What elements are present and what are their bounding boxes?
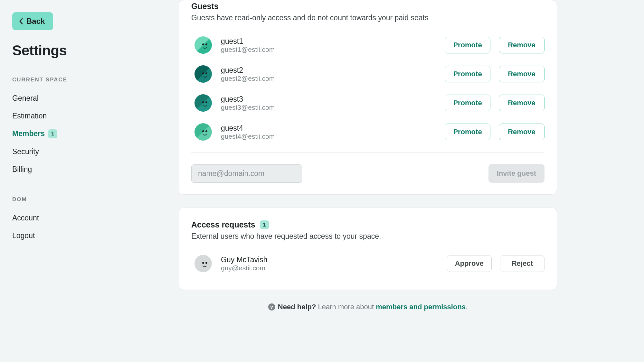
- user-email: guest3@estii.com: [221, 104, 445, 111]
- promote-button[interactable]: Promote: [445, 124, 490, 140]
- sidebar-item-label: Billing: [12, 165, 32, 174]
- avatar: [194, 123, 212, 141]
- user-info: guest2 guest2@estii.com: [221, 66, 445, 82]
- user-info: guest4 guest4@estii.com: [221, 124, 445, 140]
- avatar: [194, 94, 212, 112]
- help-text: Learn more about: [318, 303, 374, 311]
- nav-section-label: CURRENT SPACE: [12, 77, 88, 83]
- user-info: Guy McTavish guy@estii.com: [221, 255, 447, 272]
- sidebar-item-members[interactable]: Members 1: [12, 125, 88, 143]
- sidebar-item-logout[interactable]: Logout: [12, 227, 88, 245]
- row-actions: Promote Remove: [445, 37, 545, 53]
- members-badge: 1: [48, 129, 57, 138]
- guests-title: Guests: [191, 2, 545, 11]
- avatar: [194, 255, 212, 272]
- user-info: guest1 guest1@estii.com: [221, 37, 445, 53]
- row-actions: Approve Reject: [447, 255, 545, 272]
- remove-button[interactable]: Remove: [499, 37, 545, 53]
- help-line: ? Need help? Learn more about members an…: [179, 303, 557, 311]
- requests-title-text: Access requests: [191, 220, 255, 229]
- guests-description: Guests have read-only access and do not …: [191, 14, 545, 22]
- user-email: guy@estii.com: [221, 264, 447, 272]
- sidebar-item-security[interactable]: Security: [12, 143, 88, 161]
- user-email: guest4@estii.com: [221, 133, 445, 140]
- promote-button[interactable]: Promote: [445, 66, 490, 82]
- requests-badge: 1: [260, 220, 269, 229]
- guest-row: guest1 guest1@estii.com Promote Remove: [191, 31, 545, 60]
- approve-button[interactable]: Approve: [447, 255, 492, 272]
- row-actions: Promote Remove: [445, 95, 545, 111]
- requests-description: External users who have requested access…: [191, 232, 545, 241]
- remove-button[interactable]: Remove: [499, 124, 545, 140]
- remove-button[interactable]: Remove: [499, 66, 545, 82]
- sidebar-item-estimation[interactable]: Estimation: [12, 107, 88, 125]
- request-row: Guy McTavish guy@estii.com Approve Rejec…: [191, 249, 545, 278]
- help-link[interactable]: members and permissions: [376, 303, 466, 311]
- sidebar-item-label: General: [12, 94, 39, 103]
- reject-button[interactable]: Reject: [500, 255, 545, 272]
- sidebar-item-label: Members: [12, 129, 45, 138]
- promote-button[interactable]: Promote: [445, 95, 490, 111]
- back-label: Back: [26, 17, 45, 26]
- invite-row: Invite guest: [191, 164, 545, 183]
- user-name: guest3: [221, 95, 445, 104]
- sidebar-item-label: Security: [12, 147, 39, 156]
- access-requests-card: Access requests 1 External users who hav…: [179, 208, 557, 290]
- invite-email-input[interactable]: [191, 164, 302, 183]
- main-content: Guests Guests have read-only access and …: [100, 0, 644, 362]
- sidebar-item-label: Logout: [12, 231, 35, 240]
- nav-list-current-space: General Estimation Members 1 Security Bi…: [12, 89, 88, 178]
- user-info: guest3 guest3@estii.com: [221, 95, 445, 111]
- user-email: guest2@estii.com: [221, 75, 445, 82]
- sidebar-item-label: Estimation: [12, 112, 47, 120]
- promote-button[interactable]: Promote: [445, 37, 490, 53]
- avatar: [194, 36, 212, 54]
- guests-card: Guests Guests have read-only access and …: [179, 0, 557, 195]
- sidebar-item-account[interactable]: Account: [12, 209, 88, 227]
- page-title: Settings: [12, 42, 88, 59]
- back-button[interactable]: Back: [12, 12, 53, 30]
- nav-list-user: Account Logout: [12, 209, 88, 245]
- row-actions: Promote Remove: [445, 66, 545, 82]
- sidebar-item-billing[interactable]: Billing: [12, 161, 88, 178]
- help-strong: Need help?: [278, 303, 316, 311]
- sidebar: Back Settings CURRENT SPACE General Esti…: [0, 0, 100, 362]
- guest-row: guest2 guest2@estii.com Promote Remove: [191, 60, 545, 88]
- row-actions: Promote Remove: [445, 124, 545, 140]
- remove-button[interactable]: Remove: [499, 95, 545, 111]
- sidebar-item-general[interactable]: General: [12, 89, 88, 107]
- user-email: guest1@estii.com: [221, 46, 445, 53]
- sidebar-item-label: Account: [12, 214, 39, 222]
- requests-title: Access requests 1: [191, 220, 545, 229]
- avatar: [194, 65, 212, 83]
- help-icon: ?: [268, 303, 275, 311]
- user-name: guest4: [221, 124, 445, 133]
- guest-row: guest4 guest4@estii.com Promote Remove: [191, 117, 545, 146]
- user-name: Guy McTavish: [221, 255, 447, 264]
- guest-row: guest3 guest3@estii.com Promote Remove: [191, 88, 545, 117]
- nav-section-label: DOM: [12, 196, 88, 203]
- invite-guest-button[interactable]: Invite guest: [488, 164, 545, 183]
- user-name: guest2: [221, 66, 445, 75]
- chevron-left-icon: [19, 17, 24, 25]
- user-name: guest1: [221, 37, 445, 46]
- divider: [191, 152, 545, 153]
- help-period: .: [466, 303, 468, 311]
